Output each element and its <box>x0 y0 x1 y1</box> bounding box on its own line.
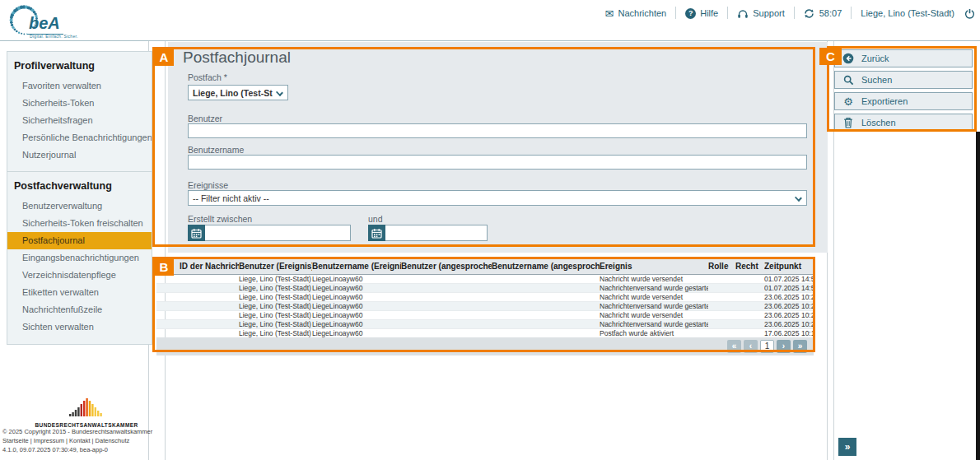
table-row[interactable]: Liege, Lino (Test-Stadt)LiegeLinoayw60Na… <box>156 292 814 301</box>
prev-page-button[interactable]: ‹ <box>744 340 758 353</box>
sidebar-item-sicherheits-token-freischalten[interactable]: Sicherheits-Token freischalten <box>7 215 152 232</box>
footer-link-kontakt[interactable]: Kontakt <box>69 437 90 444</box>
table-cell: Liege, Lino (Test-Stadt) <box>239 292 312 301</box>
sidebar-item-favoriten-verwalten[interactable]: Favoriten verwalten <box>7 77 152 95</box>
postfach-selected-value: Liege, Lino (Test-Stadt) <box>193 88 273 98</box>
column-header[interactable]: Ereignis <box>600 259 708 274</box>
benutzername-input[interactable] <box>188 155 807 170</box>
nachrichten-menu-item[interactable]: ✉ Nachrichten <box>605 7 667 20</box>
column-header[interactable]: Rolle <box>708 259 735 274</box>
bea-logo[interactable]: beA Digital. Einfach. Sicher. <box>7 2 97 40</box>
sidebar-item-eingangsbenachrichtigungen[interactable]: Eingangsbenachrichtigungen <box>7 249 152 267</box>
last-page-button[interactable]: » <box>793 340 807 353</box>
table-cell: LiegeLinoayw60 <box>312 301 401 310</box>
version-line: 4.1.0, 09.07.2025 07:30:49, bea-app-0 <box>2 445 152 454</box>
suchen-button[interactable]: Suchen <box>834 71 973 89</box>
calendar-icon[interactable] <box>188 225 205 241</box>
table-row[interactable]: Liege, Lino (Test-Stadt)LiegeLinoayw60Po… <box>156 328 814 337</box>
benutzer-input[interactable] <box>188 123 807 138</box>
erstellt-bis-group <box>368 225 488 241</box>
erstellt-bis-input[interactable] <box>385 225 488 241</box>
user-menu-item[interactable]: Liege, Lino (Test-Stadt) <box>861 7 954 20</box>
brak-bars-icon <box>68 397 105 417</box>
column-header[interactable]: Benutzer (Ereignis) <box>239 259 312 274</box>
erstellt-zwischen-label: Erstellt zwischen <box>188 214 252 224</box>
column-header[interactable]: ID der Nachricht <box>156 259 239 274</box>
sidebar-items: BenutzerverwaltungSicherheits-Token frei… <box>7 197 152 336</box>
column-header[interactable]: Benutzername (Ereignis) <box>312 259 401 274</box>
expand-panel-button[interactable]: » <box>838 438 856 456</box>
loeschen-button[interactable]: Löschen <box>834 114 973 132</box>
footer-link-datenschutz[interactable]: Datenschutz <box>96 437 130 444</box>
button-label: Zurück <box>861 53 889 63</box>
sidebar-item-verzeichnisdatenpflege[interactable]: Verzeichnisdatenpflege <box>7 267 152 284</box>
table-cell: Nachricht wurde versendet <box>600 274 708 283</box>
divider <box>851 7 852 19</box>
journal-table-body: Liege, Lino (Test-Stadt)LiegeLinoayw60Na… <box>156 274 814 337</box>
table-row[interactable]: Liege, Lino (Test-Stadt)LiegeLinoayw60Na… <box>156 274 814 283</box>
table-row[interactable]: Liege, Lino (Test-Stadt)LiegeLinoayw60Na… <box>156 283 814 292</box>
support-menu-item[interactable]: Support <box>737 7 785 20</box>
table-cell: Nachricht wurde versendet <box>600 292 708 301</box>
table-cell: Liege, Lino (Test-Stadt) <box>239 283 312 292</box>
table-cell: Liege, Lino (Test-Stadt) <box>239 274 312 283</box>
sidebar-item-etiketten-verwalten[interactable]: Etiketten verwalten <box>7 284 152 301</box>
table-cell <box>735 319 764 328</box>
exportieren-button[interactable]: ⚙ Exportieren <box>834 92 973 110</box>
table-cell <box>401 328 492 337</box>
divider <box>675 7 676 19</box>
sidebar-item-nutzerjournal[interactable]: Nutzerjournal <box>7 146 152 164</box>
user-name: Liege, Lino (Test-Stadt) <box>861 8 954 18</box>
ereignisse-selected-value: -- Filter nicht aktiv -- <box>193 193 269 203</box>
table-cell: LiegeLinoayw60 <box>312 319 401 328</box>
table-cell: 23.06.2025 10:29 <box>764 292 814 301</box>
session-timer[interactable]: 58:07 <box>804 7 842 20</box>
table-cell: LiegeLinoayw60 <box>312 274 401 283</box>
table-cell <box>735 328 764 337</box>
table-row[interactable]: Liege, Lino (Test-Stadt)LiegeLinoayw60Na… <box>156 310 814 319</box>
logout-button[interactable] <box>964 7 975 20</box>
hilfe-menu-item[interactable]: ? Hilfe <box>685 7 718 20</box>
table-cell <box>708 319 735 328</box>
erstellt-von-input[interactable] <box>205 225 351 241</box>
zurueck-button[interactable]: Zurück <box>834 49 973 67</box>
power-icon <box>964 7 975 19</box>
sidebar-item-sicherheits-token[interactable]: Sicherheits-Token <box>7 95 152 112</box>
table-cell <box>401 292 492 301</box>
table-cell <box>401 319 492 328</box>
column-header[interactable]: Recht <box>735 259 764 274</box>
first-page-button[interactable]: « <box>727 340 741 353</box>
button-label: Löschen <box>861 118 896 128</box>
calendar-icon[interactable] <box>368 225 385 241</box>
next-page-button[interactable]: › <box>777 340 791 353</box>
divider <box>727 7 728 19</box>
chevron-down-icon <box>795 194 802 202</box>
table-cell <box>156 283 239 292</box>
column-header[interactable]: Benutzername (angesprochen) <box>492 259 600 274</box>
sidebar-item-persönliche-benachrichtigungen[interactable]: Persönliche Benachrichtigungen <box>7 129 152 146</box>
sidebar-item-sichten-verwalten[interactable]: Sichten verwalten <box>7 318 152 336</box>
ereignisse-select[interactable]: -- Filter nicht aktiv -- <box>188 190 807 206</box>
table-cell: 01.07.2025 14:59 <box>764 283 814 292</box>
table-cell: Nachrichtenversand wurde gestartet <box>600 301 708 310</box>
table-cell <box>735 274 764 283</box>
footer-link-startseite[interactable]: Startseite <box>2 437 29 444</box>
table-row[interactable]: Liege, Lino (Test-Stadt)LiegeLinoayw60Na… <box>156 319 814 328</box>
table-cell <box>401 301 492 310</box>
sidebar-section-title: Profilverwaltung <box>7 58 152 77</box>
footer-link-impressum[interactable]: Impressum <box>34 437 64 444</box>
column-header[interactable]: Zeitpunkt <box>764 259 814 274</box>
sidebar-item-postfachjournal[interactable]: Postfachjournal <box>7 232 152 249</box>
column-header[interactable]: Benutzer (angesprochen) <box>401 259 492 274</box>
table-cell <box>156 310 239 319</box>
sidebar-item-sicherheitsfragen[interactable]: Sicherheitsfragen <box>7 112 152 129</box>
sidebar-item-benutzerverwaltung[interactable]: Benutzerverwaltung <box>7 197 152 215</box>
table-cell: 01.07.2025 14:59 <box>764 274 814 283</box>
trash-icon <box>842 117 854 128</box>
menu-label: Support <box>753 8 785 18</box>
table-row[interactable]: Liege, Lino (Test-Stadt)LiegeLinoayw60Na… <box>156 301 814 310</box>
sidebar-item-nachrichtenfußzeile[interactable]: Nachrichtenfußzeile <box>7 301 152 318</box>
postfach-select[interactable]: Liege, Lino (Test-Stadt) <box>188 85 288 100</box>
current-page[interactable]: 1 <box>760 340 774 353</box>
postfachjournal-panel: Postfachjournal Postfach * Liege, Lino (… <box>168 42 828 253</box>
